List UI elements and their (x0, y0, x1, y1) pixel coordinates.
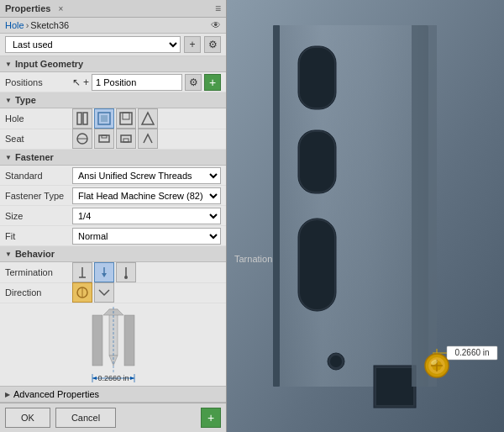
panel-title: Properties (5, 3, 50, 13)
termination-type-3[interactable] (116, 262, 136, 282)
svg-marker-25 (109, 356, 118, 366)
positions-controls: ↖ + 1 Position ⚙ + (72, 74, 221, 91)
preset-row: Last used + ⚙ (0, 34, 226, 56)
svg-rect-40 (300, 132, 334, 192)
positions-row: Positions ↖ + 1 Position ⚙ + (0, 72, 226, 92)
hole-type-icons (72, 108, 158, 129)
standard-select[interactable]: Ansi Unified Screw Threads (72, 167, 221, 184)
direction-type-2[interactable] (94, 282, 114, 303)
standard-controls: Ansi Unified Screw Threads (72, 167, 221, 184)
hole-type-1[interactable] (72, 108, 92, 129)
svg-rect-21 (92, 315, 102, 366)
behavior-header[interactable]: ▼ Behavior (0, 246, 226, 262)
collapse-triangle: ▼ (5, 61, 12, 68)
svg-text:0.2660 in: 0.2660 in (454, 348, 489, 357)
visibility-icon[interactable]: 👁 (211, 19, 221, 31)
fit-label: Fit (5, 231, 72, 241)
preset-select[interactable]: Last used (5, 36, 181, 53)
size-row: Size 1/4 (0, 206, 226, 226)
behavior-title: Behavior (15, 249, 55, 259)
seat-type-2[interactable] (94, 129, 114, 149)
input-geometry-header[interactable]: ▼ Input Geometry (0, 56, 226, 72)
panel-menu-icon[interactable]: ≡ (215, 3, 221, 14)
svg-rect-4 (120, 113, 132, 124)
cursor-icon: ↖ (72, 76, 81, 88)
fit-select[interactable]: Normal (72, 228, 221, 245)
ok-button[interactable]: OK (5, 408, 50, 428)
svg-rect-5 (123, 113, 129, 119)
hole-type-3[interactable] (116, 108, 136, 129)
fastener-type-row: Fastener Type Flat Head Machine Screw (8… (0, 186, 226, 206)
termination-icons (72, 262, 136, 282)
svg-rect-38 (300, 48, 334, 108)
type-collapse-triangle: ▼ (5, 97, 12, 104)
seat-label: Seat (5, 134, 72, 144)
svg-point-18 (124, 276, 128, 279)
svg-text:0.2660 in: 0.2660 in (97, 374, 129, 382)
advanced-expand-icon: ▶ (5, 391, 10, 398)
add-position-icon: + (83, 76, 89, 88)
add-preset-btn[interactable]: + (184, 36, 201, 53)
type-header[interactable]: ▼ Type (0, 92, 226, 108)
fastener-collapse-triangle: ▼ (5, 154, 12, 161)
type-title: Type (15, 95, 36, 105)
size-label: Size (5, 211, 72, 221)
panel-close-btn[interactable]: × (55, 4, 66, 13)
cross-section-diagram: 0.2660 in (38, 307, 189, 382)
termination-type-1[interactable] (72, 262, 92, 282)
svg-marker-30 (92, 377, 97, 380)
svg-marker-31 (130, 377, 134, 380)
fit-row: Fit Normal (0, 226, 226, 246)
plus-icon: + (189, 39, 195, 50)
3d-viewport: 0.2660 in Tarnation (227, 0, 504, 432)
tarnation-text: Tarnation (234, 254, 272, 264)
hole-row: Hole (0, 108, 226, 129)
fit-controls: Normal (72, 228, 221, 245)
input-geometry-title: Input Geometry (15, 59, 83, 69)
breadcrumb-current: Sketch36 (30, 20, 69, 30)
3d-scene-svg: 0.2660 in (227, 0, 504, 432)
advanced-section-header[interactable]: ▶ Advanced Properties (0, 386, 226, 403)
hole-label: Hole (5, 113, 72, 124)
gear-icon: ⚙ (208, 39, 218, 50)
positions-settings-icon[interactable]: ⚙ (185, 74, 202, 91)
plus-icon: + (207, 411, 214, 424)
direction-icons (72, 282, 114, 303)
svg-point-44 (330, 356, 342, 367)
cancel-button[interactable]: Cancel (55, 408, 116, 428)
direction-type-1[interactable] (72, 282, 92, 303)
bottom-bar: OK Cancel + (0, 403, 226, 432)
settings-btn[interactable]: ⚙ (204, 36, 221, 53)
svg-rect-10 (102, 135, 107, 138)
standard-label: Standard (5, 171, 72, 181)
seat-type-3[interactable] (116, 129, 136, 149)
seat-type-1[interactable] (72, 129, 92, 149)
positions-label: Positions (5, 77, 72, 87)
termination-label: Termination (5, 267, 72, 277)
hole-type-4[interactable] (138, 108, 158, 129)
svg-rect-0 (77, 113, 81, 124)
svg-marker-16 (102, 273, 107, 277)
standard-row: Standard Ansi Unified Screw Threads (0, 166, 226, 186)
termination-row: Termination (0, 262, 226, 283)
fastener-type-select[interactable]: Flat Head Machine Screw (82) (72, 187, 221, 204)
size-select[interactable]: 1/4 (72, 208, 221, 224)
fastener-header[interactable]: ▼ Fastener (0, 150, 226, 166)
positions-value[interactable]: 1 Position (92, 74, 182, 91)
termination-type-2[interactable] (94, 262, 114, 282)
positions-add-icon[interactable]: + (204, 74, 221, 91)
hole-type-2[interactable] (94, 108, 114, 129)
advanced-title: Advanced Properties (13, 389, 99, 399)
direction-row: Direction (0, 283, 226, 304)
breadcrumb-bar: Hole › Sketch36 👁 (0, 18, 226, 34)
diagram-area: 0.2660 in (0, 303, 226, 386)
seat-type-4[interactable] (138, 129, 158, 149)
svg-rect-42 (300, 220, 334, 309)
add-button[interactable]: + (201, 408, 221, 428)
breadcrumb-sep: › (26, 20, 29, 30)
breadcrumb: Hole › Sketch36 (5, 20, 69, 30)
breadcrumb-parent[interactable]: Hole (5, 20, 24, 30)
seat-type-icons (72, 129, 158, 149)
svg-rect-1 (83, 113, 87, 124)
svg-rect-36 (273, 25, 280, 387)
